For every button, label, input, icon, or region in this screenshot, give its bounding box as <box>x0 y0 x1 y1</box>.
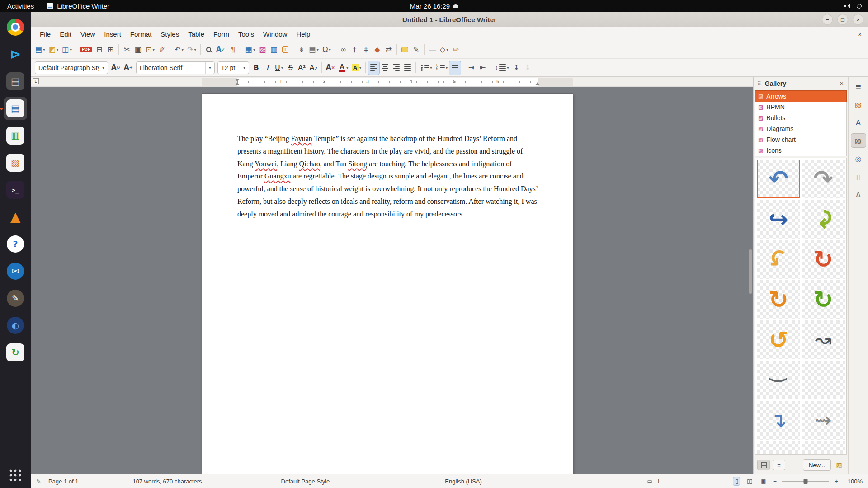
font-name-select[interactable]: Liberation Serif ▾ <box>136 61 215 74</box>
underline-dropdown[interactable]: ▾ <box>281 66 283 70</box>
font-color-dropdown[interactable]: ▾ <box>346 66 349 70</box>
selection-mode-icon[interactable]: I <box>658 478 660 484</box>
font-name-dropdown[interactable]: ▾ <box>205 62 214 74</box>
zoom-level[interactable]: 100% <box>844 478 863 485</box>
insert-comment-button[interactable] <box>399 43 410 56</box>
menu-help[interactable]: Help <box>292 29 315 39</box>
dock-item-chrome[interactable] <box>4 15 27 39</box>
vertical-scrollbar[interactable] <box>748 88 753 473</box>
single-page-view-button[interactable]: ▯ <box>733 477 740 485</box>
gallery-menu-button[interactable]: ▨ <box>834 460 844 470</box>
redo-button[interactable]: ↷▾ <box>185 43 198 56</box>
menu-styles[interactable]: Styles <box>156 29 184 39</box>
insert-hyperlink-button[interactable]: ∞ <box>338 43 349 56</box>
line-spacing-dropdown[interactable]: ▾ <box>507 66 509 70</box>
gallery-thumb-arrow-dotted-left[interactable]: ⇠ <box>802 441 845 455</box>
document-area[interactable]: The play “Beijing Fayuan Temple” is set … <box>31 87 753 474</box>
focused-app-menu[interactable]: LibreOffice Writer <box>47 2 109 10</box>
insert-endnote-button[interactable]: ‡ <box>360 43 372 56</box>
title-bar[interactable]: Untitled 1 - LibreOffice Writer −□× <box>31 12 868 27</box>
sidebar-tab-properties[interactable]: ▧ <box>851 98 866 111</box>
gallery-theme-arrows[interactable]: ▨Arrows <box>755 91 846 102</box>
maximize-button[interactable]: □ <box>837 14 848 25</box>
gallery-new-button[interactable]: New... <box>803 459 831 471</box>
insert-footnote-button[interactable]: † <box>349 43 360 56</box>
clear-formatting-button[interactable]: A× <box>324 61 337 75</box>
insert-special-character-dropdown[interactable]: ▾ <box>329 47 331 52</box>
strikethrough-button[interactable]: S <box>285 61 296 75</box>
paste-dropdown[interactable]: ▾ <box>153 47 155 52</box>
scrollbar-thumb[interactable] <box>749 249 752 294</box>
font-size-select[interactable]: 12 pt ▾ <box>217 61 249 74</box>
document-page[interactable]: The play “Beijing Fayuan Temple” is set … <box>202 94 573 474</box>
dock-item-vlc[interactable]: ▲ <box>4 205 27 229</box>
insert-bookmark-button[interactable]: ◆ <box>372 43 383 56</box>
undo-button[interactable]: ↶▾ <box>173 43 185 56</box>
decrease-paragraph-spacing-button[interactable]: ↨ <box>522 61 533 75</box>
show-draw-functions-button[interactable]: ✏ <box>450 43 462 56</box>
formatting-marks-button[interactable]: ¶ <box>227 43 239 56</box>
gallery-thumb-arrow-green-circle[interactable]: ↻ <box>802 280 845 319</box>
zoom-out-button[interactable]: − <box>773 478 777 485</box>
book-view-button[interactable]: ▣ <box>759 477 767 485</box>
sidebar-tab-page[interactable]: ▯ <box>851 170 866 183</box>
gallery-theme-bpmn[interactable]: ▨BPMN <box>755 102 846 113</box>
align-right-button[interactable] <box>391 61 402 75</box>
dock-item-terminal[interactable]: >_ <box>4 178 27 202</box>
gallery-thumb-arrow-blue-hook-left[interactable]: ↩ <box>757 441 800 455</box>
ordered-list-button[interactable]: ▾ <box>434 61 450 75</box>
right-indent-marker[interactable] <box>535 82 540 85</box>
gallery-theme-diagrams[interactable]: ▨Diagrams <box>755 123 846 134</box>
sidebar-tab-gallery[interactable]: ▨ <box>851 134 866 147</box>
spelling-button[interactable]: A✓ <box>214 43 227 56</box>
zoom-in-button[interactable]: + <box>835 478 838 485</box>
paragraph-style-dropdown[interactable]: ▾ <box>99 62 108 74</box>
decrease-indent-button[interactable]: ⇤ <box>477 61 488 75</box>
menu-view[interactable]: View <box>76 29 99 39</box>
font-size-dropdown[interactable]: ▾ <box>240 62 249 74</box>
update-style-button[interactable]: A↻ <box>109 61 122 75</box>
menu-window[interactable]: Window <box>259 29 292 39</box>
menu-form[interactable]: Form <box>209 29 234 39</box>
zoom-slider-thumb[interactable] <box>803 479 807 484</box>
paragraph-style-select[interactable]: Default Paragraph Styl ▾ <box>35 61 108 74</box>
track-changes-button[interactable]: ✎ <box>410 43 422 56</box>
align-left-button[interactable] <box>368 61 379 75</box>
tab-stop-selector[interactable]: L <box>33 78 39 84</box>
insert-table-button[interactable]: ▦▾ <box>244 43 257 56</box>
dock-item-libreoffice-calc[interactable]: ▥ <box>4 124 27 147</box>
superscript-button[interactable]: A² <box>296 61 307 75</box>
horizontal-ruler[interactable]: L 123456 <box>31 77 753 87</box>
multi-page-view-button[interactable]: ▯▯ <box>745 477 754 485</box>
gallery-theme-icons[interactable]: ▨Icons <box>755 145 846 156</box>
system-tray-menu[interactable] <box>844 3 862 9</box>
highlighting-color-button[interactable]: A▾ <box>350 61 363 75</box>
sidebar-tab-navigator[interactable]: ◎ <box>851 152 866 165</box>
gallery-thumb-arrow-yellow-circular[interactable]: ↺ <box>757 320 800 359</box>
gallery-thumb-arrow-green-curved-down[interactable]: ↷ <box>802 200 845 239</box>
status-page-style[interactable]: Default Page Style <box>281 478 330 485</box>
cut-button[interactable]: ✂ <box>121 43 132 56</box>
highlighting-color-dropdown[interactable]: ▾ <box>359 66 362 70</box>
sidebar-tab-styles[interactable]: A <box>851 116 866 129</box>
list-view-button[interactable]: ≡ <box>773 460 785 470</box>
save-button[interactable]: ◫▾ <box>60 43 74 56</box>
sidebar-tab-sidebar-settings[interactable]: ≡ <box>851 80 866 93</box>
gallery-thumb-arrow-blue-bent-right[interactable]: ↪ <box>757 200 800 239</box>
menu-tools[interactable]: Tools <box>234 29 259 39</box>
minimize-button[interactable]: − <box>822 14 833 25</box>
paste-button[interactable]: ⊡▾ <box>144 43 156 56</box>
gallery-thumb-line-thin-hook[interactable]: ↝ <box>802 320 845 359</box>
italic-button[interactable]: I <box>262 61 273 75</box>
dock-item-libreoffice-writer[interactable]: ▤ <box>4 97 27 120</box>
dock-item-help[interactable]: ? <box>4 232 27 256</box>
line-spacing-button[interactable]: ↕▾ <box>493 61 511 75</box>
insert-chart-button[interactable]: ▥ <box>268 43 279 56</box>
gallery-thumb-arrow-red-ellipse-loop[interactable]: ↻ <box>802 240 845 279</box>
gallery-thumb-arrow-orange-circular-pair[interactable]: ↻ <box>757 280 800 319</box>
new-document-button[interactable]: ▤▾ <box>33 43 47 56</box>
activities-button[interactable]: Activities <box>7 2 34 10</box>
insert-field-button[interactable]: ▤▾ <box>307 43 321 56</box>
sidebar-tab-style-inspector[interactable]: A <box>851 188 866 202</box>
font-color-button[interactable]: A▾ <box>337 61 350 75</box>
